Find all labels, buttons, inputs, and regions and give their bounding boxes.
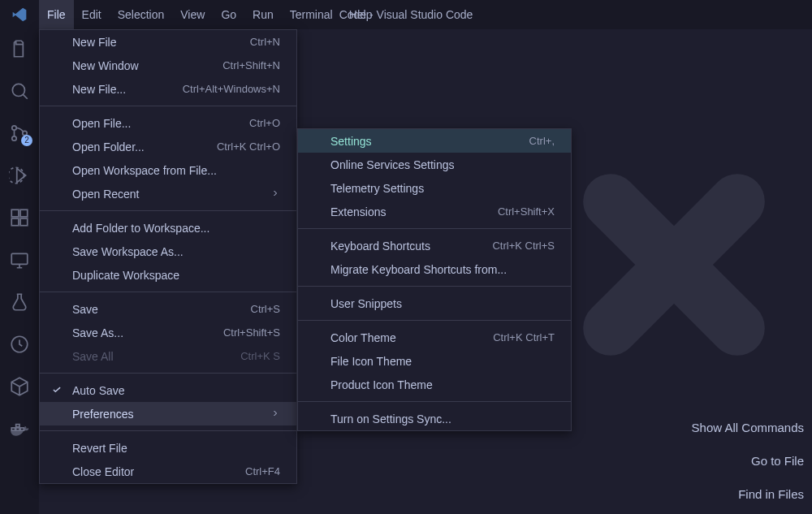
svg-rect-11 xyxy=(11,428,15,430)
svg-point-0 xyxy=(12,84,24,96)
menu-item-add-folder-to-workspace[interactable]: Add Folder to Workspace... xyxy=(40,216,296,240)
menu-item-label: Save As... xyxy=(72,326,123,339)
debug-icon[interactable] xyxy=(8,164,31,187)
menu-item-label: Open Folder... xyxy=(72,140,145,153)
menu-item-label: Extensions xyxy=(330,205,386,218)
extensions-icon[interactable] xyxy=(8,206,31,229)
menu-item-migrate-keyboard-shortcuts-from[interactable]: Migrate Keyboard Shortcuts from... xyxy=(298,257,571,281)
menu-item-open-file[interactable]: Open File...Ctrl+O xyxy=(40,111,296,135)
menu-separator xyxy=(40,106,296,106)
menu-item-label: Add Folder to Workspace... xyxy=(72,222,209,235)
welcome-go-to-file: Go to File xyxy=(692,444,804,477)
welcome-shortcuts: Show All Commands Go to File Find in Fil… xyxy=(692,411,804,514)
explorer-icon[interactable] xyxy=(8,37,31,60)
menu-item-new-file[interactable]: New FileCtrl+N xyxy=(40,30,296,54)
cube-icon[interactable] xyxy=(8,375,31,398)
menu-item-online-services-settings[interactable]: Online Services Settings xyxy=(298,153,571,176)
menu-item-label: New File xyxy=(72,36,116,49)
menu-item-open-recent[interactable]: Open Recent xyxy=(40,182,296,205)
menu-item-save-all: Save AllCtrl+K S xyxy=(40,344,296,368)
menu-item-product-icon-theme[interactable]: Product Icon Theme xyxy=(298,373,571,396)
menu-item-user-snippets[interactable]: User Snippets xyxy=(298,292,571,315)
menu-item-label: New Window xyxy=(72,59,139,72)
menu-bar: File Edit Selection View Go Run Terminal… xyxy=(39,0,380,29)
menu-item-open-folder[interactable]: Open Folder...Ctrl+K Ctrl+O xyxy=(40,135,296,158)
menu-item-label: Auto Save xyxy=(72,384,125,397)
svg-point-2 xyxy=(12,136,16,140)
menu-item-settings[interactable]: SettingsCtrl+, xyxy=(298,129,571,153)
menu-item-shortcut: Ctrl+K Ctrl+O xyxy=(217,140,280,153)
svg-rect-6 xyxy=(20,209,28,217)
menu-item-auto-save[interactable]: Auto Save xyxy=(40,378,296,402)
menu-terminal[interactable]: Terminal xyxy=(282,0,341,29)
welcome-find-in-files: Find in Files xyxy=(692,477,804,511)
file-menu-dropdown: New FileCtrl+NNew WindowCtrl+Shift+NNew … xyxy=(39,29,297,484)
menu-separator xyxy=(40,430,296,431)
menu-item-preferences[interactable]: Preferences xyxy=(40,402,296,425)
menu-item-duplicate-workspace[interactable]: Duplicate Workspace xyxy=(40,263,296,287)
chevron-right-icon xyxy=(270,408,280,421)
menu-item-shortcut: Ctrl+, xyxy=(529,135,555,147)
docker-icon[interactable] xyxy=(8,417,31,440)
menu-item-label: Open File... xyxy=(72,117,131,130)
menu-item-extensions[interactable]: ExtensionsCtrl+Shift+X xyxy=(298,200,571,223)
menu-separator xyxy=(298,401,571,402)
menu-item-label: Save All xyxy=(72,350,114,363)
source-control-icon[interactable]: 2 xyxy=(8,122,31,145)
menu-item-label: Save Workspace As... xyxy=(72,245,184,258)
menu-view[interactable]: View xyxy=(172,0,213,29)
menu-item-revert-file[interactable]: Revert File xyxy=(40,436,296,460)
menu-item-turn-on-settings-sync[interactable]: Turn on Settings Sync... xyxy=(298,407,571,430)
menu-item-shortcut: Ctrl+K Ctrl+S xyxy=(492,240,555,252)
menu-item-open-workspace-from-file[interactable]: Open Workspace from File... xyxy=(40,158,296,182)
menu-item-label: Save xyxy=(72,303,98,316)
menu-item-shortcut: Ctrl+Shift+X xyxy=(498,205,555,218)
menu-item-close-editor[interactable]: Close EditorCtrl+F4 xyxy=(40,460,296,483)
menu-item-shortcut: Ctrl+F4 xyxy=(245,465,280,477)
title-bar: File Edit Selection View Go Run Terminal… xyxy=(0,0,812,29)
menu-file[interactable]: File xyxy=(39,0,74,29)
menu-item-label: Duplicate Workspace xyxy=(72,269,179,282)
scm-badge: 2 xyxy=(21,135,32,146)
menu-item-shortcut: Ctrl+K S xyxy=(240,350,280,362)
remote-icon[interactable] xyxy=(8,248,31,271)
menu-separator xyxy=(298,320,571,321)
menu-selection[interactable]: Selection xyxy=(110,0,173,29)
menu-item-shortcut: Ctrl+O xyxy=(249,117,280,129)
menu-item-label: Migrate Keyboard Shortcuts from... xyxy=(330,263,507,276)
menu-item-file-icon-theme[interactable]: File Icon Theme xyxy=(298,349,571,373)
preferences-submenu: SettingsCtrl+,Online Services SettingsTe… xyxy=(297,128,572,431)
timeline-icon[interactable] xyxy=(8,333,31,356)
menu-item-color-theme[interactable]: Color ThemeCtrl+K Ctrl+T xyxy=(298,326,571,349)
menu-item-save-as[interactable]: Save As...Ctrl+Shift+S xyxy=(40,321,296,344)
menu-item-label: User Snippets xyxy=(330,297,402,310)
menu-item-shortcut: Ctrl+Alt+Windows+N xyxy=(183,83,280,95)
menu-item-keyboard-shortcuts[interactable]: Keyboard ShortcutsCtrl+K Ctrl+S xyxy=(298,234,571,257)
menu-item-label: New File... xyxy=(72,83,126,96)
menu-item-label: Preferences xyxy=(72,408,133,421)
menu-item-new-window[interactable]: New WindowCtrl+Shift+N xyxy=(40,54,296,77)
svg-rect-8 xyxy=(20,218,28,226)
search-icon[interactable] xyxy=(8,80,31,102)
menu-separator xyxy=(298,286,571,287)
menu-run[interactable]: Run xyxy=(244,0,282,29)
menu-item-label: Turn on Settings Sync... xyxy=(330,412,451,425)
menu-item-new-file[interactable]: New File...Ctrl+Alt+Windows+N xyxy=(40,77,296,101)
menu-item-label: Telemetry Settings xyxy=(330,182,424,195)
vscode-logo-icon xyxy=(0,0,39,29)
testing-icon[interactable] xyxy=(8,291,31,313)
menu-edit[interactable]: Edit xyxy=(74,0,110,29)
svg-point-1 xyxy=(12,126,16,130)
menu-go[interactable]: Go xyxy=(213,0,244,29)
menu-item-shortcut: Ctrl+S xyxy=(251,303,280,315)
menu-separator xyxy=(298,228,571,229)
menu-item-label: Product Icon Theme xyxy=(330,378,433,391)
menu-item-save-workspace-as[interactable]: Save Workspace As... xyxy=(40,240,296,263)
menu-item-save[interactable]: SaveCtrl+S xyxy=(40,297,296,321)
menu-separator xyxy=(40,210,296,211)
chevron-right-icon xyxy=(270,188,280,201)
menu-item-shortcut: Ctrl+N xyxy=(250,36,280,48)
svg-rect-14 xyxy=(16,425,19,427)
menu-item-shortcut: Ctrl+Shift+N xyxy=(222,59,280,71)
menu-item-telemetry-settings[interactable]: Telemetry Settings xyxy=(298,176,571,200)
